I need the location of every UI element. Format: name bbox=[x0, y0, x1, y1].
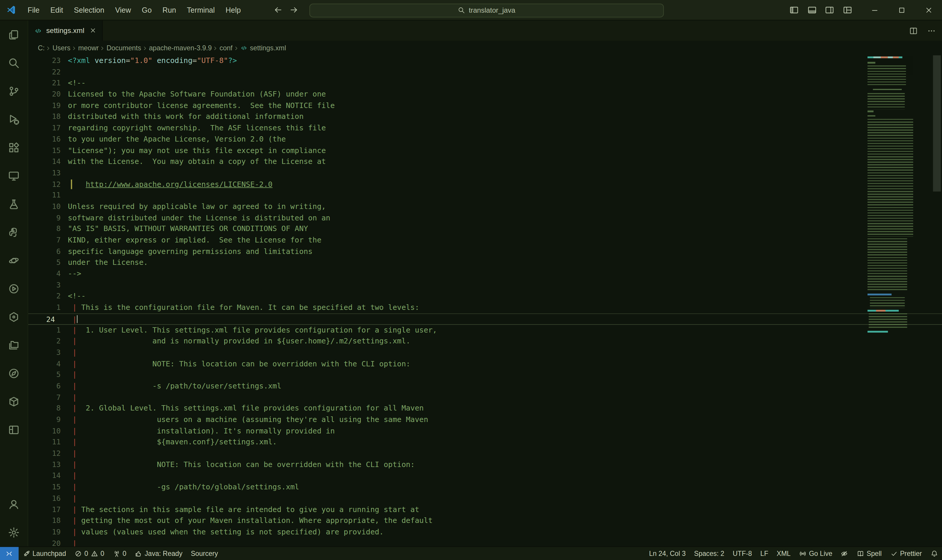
code-line[interactable]: 7 | bbox=[28, 392, 942, 403]
status-encoding[interactable]: UTF-8 bbox=[729, 547, 756, 560]
code-line[interactable]: 14 | bbox=[28, 470, 942, 482]
toggle-sidebar-right-button[interactable] bbox=[821, 0, 838, 20]
code-line[interactable]: 6specific language governing permissions… bbox=[28, 246, 942, 257]
customize-layout-button[interactable] bbox=[838, 0, 856, 20]
breadcrumb-item[interactable]: Documents bbox=[106, 45, 142, 51]
menu-run[interactable]: Run bbox=[157, 3, 181, 17]
menu-terminal[interactable]: Terminal bbox=[181, 3, 220, 17]
more-actions-button[interactable] bbox=[927, 26, 936, 35]
code-line[interactable]: 21<!-- bbox=[28, 78, 942, 89]
status-ports[interactable]: 0 bbox=[108, 547, 131, 560]
code-line[interactable]: 14with the License. You may obtain a cop… bbox=[28, 156, 942, 168]
code-line[interactable]: 5 | bbox=[28, 369, 942, 380]
code-line[interactable]: 9 | users on a machine (assuming they're… bbox=[28, 414, 942, 426]
maximize-button[interactable] bbox=[888, 0, 915, 20]
code-line[interactable]: 7KIND, either express or implied. See th… bbox=[28, 235, 942, 246]
code-line[interactable]: 6 | -s /path/to/user/settings.xml bbox=[28, 380, 942, 392]
code-line[interactable]: 24 | bbox=[28, 314, 942, 325]
code-line[interactable]: 8"AS IS" BASIS, WITHOUT WARRANTIES OR CO… bbox=[28, 224, 942, 235]
activity-accounts[interactable] bbox=[0, 490, 28, 518]
tab-close-icon[interactable] bbox=[89, 27, 96, 34]
code-line[interactable]: 1 | 1. User Level. This settings.xml fil… bbox=[28, 325, 942, 336]
code-line[interactable]: 2<!-- bbox=[28, 291, 942, 302]
activity-settings[interactable] bbox=[0, 518, 28, 546]
status-prettier[interactable]: Prettier bbox=[886, 547, 926, 560]
activity-project-manager[interactable] bbox=[0, 331, 28, 359]
breadcrumb-item[interactable]: settings.xml bbox=[240, 45, 287, 51]
code-line[interactable]: 19 | values (values used when the settin… bbox=[28, 526, 942, 538]
code-line[interactable]: 22 bbox=[28, 66, 942, 78]
code-line[interactable]: 19or more contributor license agreements… bbox=[28, 100, 942, 111]
code-line[interactable]: 12 | bbox=[28, 448, 942, 459]
minimize-button[interactable] bbox=[861, 0, 888, 20]
breadcrumb-item[interactable]: C: bbox=[37, 45, 45, 51]
activity-testing[interactable] bbox=[0, 190, 28, 218]
back-button[interactable] bbox=[273, 5, 282, 14]
status-notifications[interactable] bbox=[926, 547, 942, 560]
toggle-panel-button[interactable] bbox=[803, 0, 821, 20]
status-sourcery[interactable]: Sourcery bbox=[187, 547, 222, 560]
status-launchpad[interactable]: Launchpad bbox=[18, 547, 70, 560]
code-line[interactable]: 8 | 2. Global Level. This settings.xml f… bbox=[28, 403, 942, 414]
code-line[interactable]: 4--> bbox=[28, 268, 942, 280]
menu-file[interactable]: File bbox=[22, 3, 45, 17]
menu-go[interactable]: Go bbox=[136, 3, 157, 17]
status-language-mode[interactable]: XML bbox=[772, 547, 795, 560]
code-line[interactable]: 18distributed with this work for additio… bbox=[28, 111, 942, 122]
status-go-live[interactable]: Go Live bbox=[795, 547, 837, 560]
menu-edit[interactable]: Edit bbox=[45, 3, 69, 17]
code-line[interactable]: 3 | bbox=[28, 347, 942, 358]
code-line[interactable]: 5under the License. bbox=[28, 257, 942, 268]
split-editor-button[interactable] bbox=[909, 26, 918, 35]
activity-jupyter[interactable] bbox=[0, 246, 28, 274]
code-line[interactable]: 16 | bbox=[28, 493, 942, 504]
status-visibility[interactable] bbox=[837, 547, 853, 560]
activity-remote-explorer[interactable] bbox=[0, 162, 28, 190]
status-indentation[interactable]: Spaces: 2 bbox=[690, 547, 729, 560]
status-eol[interactable]: LF bbox=[756, 547, 772, 560]
code-line[interactable]: 10 | installation). It's normally provid… bbox=[28, 426, 942, 437]
activity-kubernetes[interactable] bbox=[0, 303, 28, 331]
code-editor[interactable]: 23<?xml version="1.0" encoding="UTF-8"?>… bbox=[28, 55, 942, 546]
code-line[interactable]: 17 | The sections in this sample file ar… bbox=[28, 504, 942, 515]
activity-run-debug[interactable] bbox=[0, 105, 28, 133]
activity-layouts[interactable] bbox=[0, 415, 28, 444]
status-cursor-position[interactable]: Ln 24, Col 3 bbox=[645, 547, 690, 560]
menu-help[interactable]: Help bbox=[220, 3, 246, 17]
activity-source-control[interactable] bbox=[0, 77, 28, 105]
code-line[interactable]: 18 | getting the most out of your Maven … bbox=[28, 515, 942, 526]
status-problems[interactable]: 00 bbox=[70, 547, 109, 560]
breadcrumb-item[interactable]: conf bbox=[219, 45, 233, 51]
code-line[interactable]: 4 | NOTE: This location can be overridde… bbox=[28, 358, 942, 369]
code-line[interactable]: 3 bbox=[28, 280, 942, 291]
code-line[interactable]: 11 | ${maven.conf}/settings.xml. bbox=[28, 437, 942, 448]
code-line[interactable]: 15 | -gs /path/to/global/settings.xml bbox=[28, 482, 942, 492]
code-line[interactable]: 20Licensed to the Apache Software Founda… bbox=[28, 89, 942, 100]
code-line[interactable]: 23<?xml version="1.0" encoding="UTF-8"?> bbox=[28, 55, 942, 66]
vertical-scrollbar[interactable] bbox=[932, 55, 942, 546]
activity-explorer[interactable] bbox=[0, 20, 28, 49]
minimap[interactable] bbox=[865, 55, 932, 546]
activity-python[interactable] bbox=[0, 218, 28, 246]
code-line[interactable]: 13 bbox=[28, 168, 942, 178]
status-remote[interactable] bbox=[0, 547, 18, 560]
scrollbar-thumb[interactable] bbox=[933, 55, 941, 192]
code-line[interactable]: 1 | This is the configuration file for M… bbox=[28, 302, 942, 313]
activity-search[interactable] bbox=[0, 49, 28, 77]
menu-view[interactable]: View bbox=[110, 3, 137, 17]
close-button[interactable] bbox=[915, 0, 942, 20]
breadcrumb-item[interactable]: Users bbox=[52, 45, 71, 51]
code-line[interactable]: 11 bbox=[28, 190, 942, 201]
breadcrumb-item[interactable]: apache-maven-3.9.9 bbox=[148, 45, 212, 51]
activity-maven[interactable] bbox=[0, 387, 28, 415]
code-line[interactable]: 17regarding copyright ownership. The ASF… bbox=[28, 122, 942, 134]
code-line[interactable]: 2 | and is normally provided in ${user.h… bbox=[28, 336, 942, 347]
tab-settings-xml[interactable]: settings.xml bbox=[28, 20, 103, 41]
activity-code-tour[interactable] bbox=[0, 274, 28, 303]
command-center-search[interactable]: translator_java bbox=[310, 3, 664, 17]
forward-button[interactable] bbox=[290, 5, 299, 14]
status-java-status[interactable]: Java: Ready bbox=[131, 547, 187, 560]
activity-extensions[interactable] bbox=[0, 133, 28, 162]
toggle-sidebar-left-button[interactable] bbox=[785, 0, 803, 20]
code-line[interactable]: 15"License"); you may not use this file … bbox=[28, 145, 942, 156]
